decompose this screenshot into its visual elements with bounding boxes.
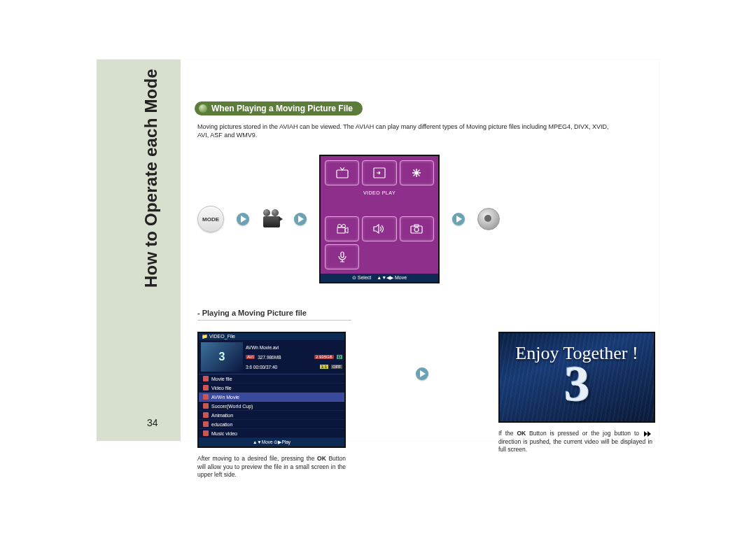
fb-1-1-badge: 1:1 (320, 365, 328, 369)
page-number: 34 (147, 417, 158, 428)
two-column-row: 📁 VIDEO_File 3 AVWn Movie.avi AVI 327.98… (197, 332, 638, 479)
fb-badge-format: AVI (246, 355, 255, 359)
menu-mic-icon (325, 244, 359, 269)
menu-photo-icon (400, 216, 434, 241)
menu-star-icon (400, 160, 434, 185)
video-play-menu-screenshot: VIDEO PLAY (319, 155, 440, 283)
svg-rect-4 (337, 227, 345, 233)
arrow-right-icon (452, 213, 465, 225)
menu-footer-bar: ⊙ Select ▲▼◀▶ Move (321, 274, 438, 282)
left-column: 📁 VIDEO_File 3 AVWn Movie.avi AVI 327.98… (197, 332, 346, 479)
fb-item-label: Movie file (211, 377, 232, 381)
caption-text: Button is pressed or the jog button to (526, 430, 643, 437)
fb-item-label: education (211, 422, 232, 427)
right-column: Enjoy Together ! 3 If the OK Button is p… (498, 332, 652, 454)
content-area: When Playing a Moving Picture File Movin… (195, 101, 638, 479)
caption-text: After moving to a desired file, pressing… (197, 455, 317, 462)
fb-item-label: Soccer(World Cup) (211, 404, 253, 409)
fb-header: 📁 VIDEO_File (199, 333, 344, 340)
video-camera-icon (262, 211, 281, 227)
fb-header-text: VIDEO_File (209, 334, 235, 339)
menu-center-label: VIDEO PLAY (325, 188, 434, 197)
fb-file-title: AVWn Movie.avi (246, 345, 279, 350)
menu-footer-select: ⊙ Select (352, 275, 371, 281)
svg-rect-0 (337, 170, 348, 178)
fb-time: 3:6 00:00/37:40 (246, 365, 277, 370)
fb-item: Soccer(World Cup) (199, 402, 344, 411)
fb-item: Video file (199, 384, 344, 393)
caption-bold: OK (517, 430, 526, 437)
fb-off-badge: OFF (331, 365, 342, 369)
canvas: How to Operate each Mode 34 When Playing… (0, 0, 756, 534)
fullscreen-playback-screenshot: Enjoy Together ! 3 (498, 332, 655, 423)
fb-item-label: Music video (211, 431, 237, 436)
caption-bold: OK (317, 455, 326, 462)
mid-arrow-wrap (416, 332, 428, 416)
svg-point-7 (414, 227, 419, 232)
fb-badge-total: 2.935GB (314, 355, 334, 359)
menu-footer-move: ▲▼◀▶ Move (377, 275, 407, 281)
fb-item: Animation (199, 411, 344, 420)
fb-info: AVWn Movie.avi AVI 327.986MB 2.935GB D 3… (246, 342, 342, 372)
jog-dial-icon (477, 208, 500, 230)
fb-item-label: Animation (211, 413, 233, 418)
left-caption: After moving to a desired file, pressing… (197, 455, 346, 479)
arrow-right-icon (416, 367, 428, 380)
fast-forward-icon (644, 431, 651, 437)
menu-tv-icon (325, 160, 359, 185)
navigation-flow: MODE (197, 155, 638, 283)
arrow-right-icon (294, 213, 307, 225)
caption-text: If the (498, 430, 517, 437)
fb-preview-row: 3 AVWn Movie.avi AVI 327.986MB 2.935GB D (199, 340, 344, 374)
right-caption: If the OK Button is pressed or the jog b… (498, 430, 652, 454)
file-browser-screenshot: 📁 VIDEO_File 3 AVWn Movie.avi AVI 327.98… (197, 332, 346, 448)
fb-footer: ▲▼Move ⊙▶Play (199, 438, 344, 447)
fb-item-label: Video file (211, 386, 232, 391)
sidebar-title: How to Operate each Mode (141, 69, 161, 288)
fb-list: Movie file Video file AVWn Movie Soccer(… (199, 374, 344, 438)
fb-item: Music video (199, 429, 344, 438)
fb-item-label: AVWn Movie (211, 395, 239, 400)
mode-button-label: MODE (202, 216, 219, 223)
menu-record-in-icon (362, 160, 396, 185)
fb-d-badge: D (337, 355, 342, 359)
fb-item: Movie file (199, 374, 344, 384)
manual-page: How to Operate each Mode 34 When Playing… (97, 59, 659, 441)
intro-paragraph: Moving pictures stored in the AVIAH can … (197, 122, 617, 139)
fb-item-selected: AVWn Movie (199, 393, 344, 402)
mode-button-icon: MODE (197, 206, 224, 232)
subsection-heading: - Playing a Moving Picture file (197, 309, 351, 321)
menu-camera-icon (325, 216, 359, 241)
overlay-text: Enjoy Together ! (515, 343, 638, 364)
section-heading-pill: When Playing a Moving Picture File (195, 101, 363, 115)
fb-item: education (199, 420, 344, 429)
fb-preview-thumb: 3 (201, 342, 243, 372)
section-heading-text: When Playing a Moving Picture File (211, 104, 353, 113)
sidebar: How to Operate each Mode 34 (97, 59, 181, 441)
svg-rect-8 (341, 252, 344, 258)
menu-speaker-icon (362, 216, 396, 241)
fb-size: 327.986MB (258, 355, 281, 360)
arrow-right-icon (237, 213, 249, 225)
caption-text: direction is pushed, the current video w… (498, 438, 652, 453)
